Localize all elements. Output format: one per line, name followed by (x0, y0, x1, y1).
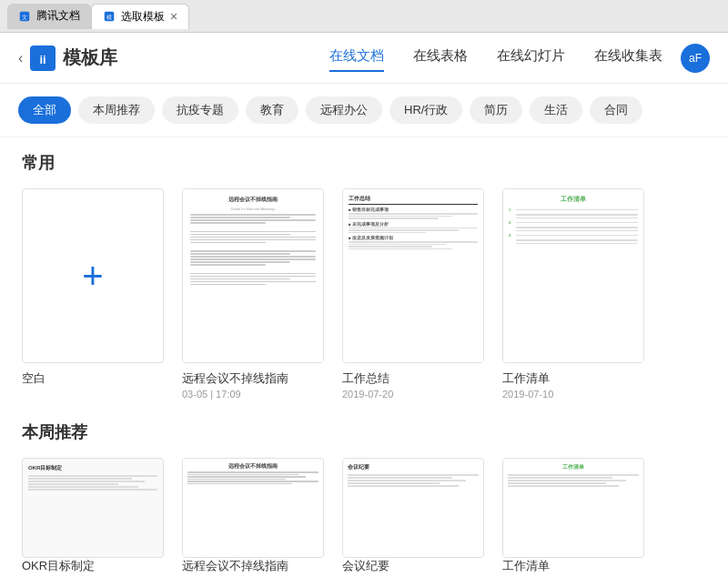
weekly-template-grid: OKR目标制定 OKR目标制定 远程会议不掉线指南 (22, 458, 706, 574)
template-tab-icon: 模 (103, 10, 116, 23)
work-summary-date: 2019-07-20 (342, 389, 484, 400)
remote-meeting-date: 03-05 | 17:09 (182, 389, 324, 400)
okr-thumbnail: OKR目标制定 (22, 458, 164, 558)
category-bar: 全部 本周推荐 抗疫专题 教育 远程办公 HR/行政 简历 生活 合同 (0, 84, 728, 137)
header-nav: 在线文档 在线表格 在线幻灯片 在线收集表 (329, 47, 662, 68)
svg-text:ii: ii (40, 53, 46, 66)
svg-text:文: 文 (22, 13, 27, 19)
tab-select-template[interactable]: 模 选取模板 × (91, 4, 189, 29)
meeting-notes-thumbnail: 会议纪要 (342, 458, 484, 558)
common-template-grid: + 空白 远程会议不掉线指南 Guide for Remote Meetings (22, 188, 706, 400)
tencent-doc-icon: 文 (18, 10, 31, 23)
work-summary-card[interactable]: 工作总结 ■ 销售目标完成事项 ■ 未完成事项及分析 (342, 188, 484, 400)
category-weekly[interactable]: 本周推荐 (78, 96, 155, 124)
meeting-notes-card[interactable]: 会议纪要 会议纪要 (342, 458, 484, 574)
work-list-name: 工作清单 (502, 370, 644, 387)
category-all[interactable]: 全部 (18, 96, 71, 124)
remote2-thumbnail: 远程会议不掉线指南 (182, 458, 324, 558)
plus-icon: + (82, 256, 103, 297)
remote-meeting-thumbnail: 远程会议不掉线指南 Guide for Remote Meetings (182, 188, 324, 363)
back-button[interactable]: ‹ (18, 50, 23, 66)
svg-text:模: 模 (106, 14, 112, 20)
remote-meeting-card[interactable]: 远程会议不掉线指南 Guide for Remote Meetings (182, 188, 324, 400)
work-list-date: 2019-07-10 (502, 389, 644, 400)
okr-preview-title: OKR目标制定 (28, 464, 157, 472)
okr-template-name: OKR目标制定 (22, 558, 164, 574)
remote2-card[interactable]: 远程会议不掉线指南 远程会议不掉线指南 (182, 458, 324, 574)
work-list-thumbnail: 工作清单 1 2 3 (502, 188, 644, 363)
remote-meeting-name: 远程会议不掉线指南 (182, 370, 324, 387)
common-section-title: 常用 (22, 152, 706, 174)
app-header: ‹ ii 模板库 在线文档 在线表格 在线幻灯片 在线收集表 aF (0, 33, 728, 84)
tab1-label: 腾讯文档 (36, 8, 80, 24)
common-section: 常用 + 空白 远程会议不掉线指南 Guide for Remote Meeti… (22, 152, 706, 400)
meeting-notes-name: 会议纪要 (342, 558, 484, 574)
tab-close-button[interactable]: × (170, 9, 177, 24)
browser-tabs: 文 腾讯文档 模 选取模板 × (0, 0, 728, 33)
blank-template-card[interactable]: + 空白 (22, 188, 164, 400)
work-list2-card[interactable]: 工作清单 工作清单 (502, 458, 644, 574)
tab2-label: 选取模板 (121, 9, 165, 25)
category-life[interactable]: 生活 (530, 96, 582, 124)
category-antivirus[interactable]: 抗疫专题 (162, 96, 238, 124)
main-content: 常用 + 空白 远程会议不掉线指南 Guide for Remote Meeti… (0, 137, 728, 577)
tab-tencent-doc[interactable]: 文 腾讯文档 (7, 4, 91, 29)
category-resume[interactable]: 简历 (470, 96, 522, 124)
work-summary-thumbnail: 工作总结 ■ 销售目标完成事项 ■ 未完成事项及分析 (342, 188, 484, 363)
avatar[interactable]: aF (681, 44, 710, 73)
blank-template-name: 空白 (22, 370, 164, 387)
category-hr[interactable]: HR/行政 (389, 96, 462, 124)
weekly-section: 本周推荐 OKR目标制定 OKR目标制定 (22, 421, 706, 574)
category-contract[interactable]: 合同 (590, 96, 642, 124)
work-list2-thumbnail: 工作清单 (502, 458, 644, 558)
blank-thumbnail: + (22, 188, 164, 363)
nav-online-form[interactable]: 在线收集表 (594, 47, 662, 68)
category-education[interactable]: 教育 (246, 96, 298, 124)
nav-online-sheet[interactable]: 在线表格 (413, 47, 468, 68)
nav-online-doc[interactable]: 在线文档 (329, 47, 384, 68)
category-remote[interactable]: 远程办公 (306, 96, 382, 124)
remote2-template-name: 远程会议不掉线指南 (182, 558, 324, 574)
nav-online-ppt[interactable]: 在线幻灯片 (497, 47, 565, 68)
app-logo-icon: ii (30, 46, 56, 71)
page-title: 模板库 (63, 46, 329, 70)
work-list-card[interactable]: 工作清单 1 2 3 工作清单 2019-07-10 (502, 188, 644, 400)
work-list2-name: 工作清单 (502, 558, 644, 574)
weekly-section-title: 本周推荐 (22, 421, 706, 443)
okr-card[interactable]: OKR目标制定 OKR目标制定 (22, 458, 164, 574)
work-summary-name: 工作总结 (342, 370, 484, 387)
